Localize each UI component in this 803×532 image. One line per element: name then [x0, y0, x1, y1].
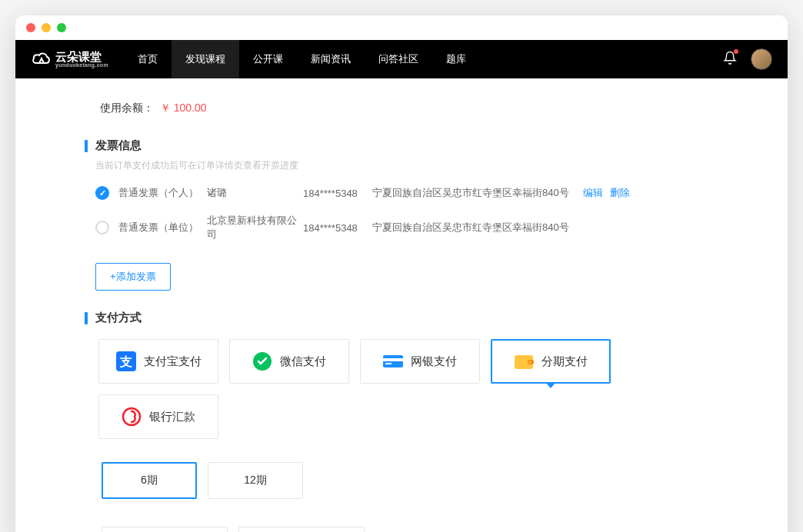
- payment-bank-transfer[interactable]: 银行汇款: [98, 394, 218, 439]
- svg-text:支: 支: [119, 355, 132, 368]
- invoice-phone: 184****5348: [303, 188, 372, 199]
- add-invoice-button[interactable]: +添加发票: [95, 263, 171, 291]
- balance-row: 使用余额： ￥ 100.00: [100, 101, 703, 115]
- invoice-name: 北京昱新科技有限公司: [207, 214, 303, 241]
- wechat-icon: [252, 351, 272, 371]
- check-icon: ✓: [99, 188, 106, 198]
- installment-term-12[interactable]: 12期: [208, 462, 303, 499]
- logo-text: 云朵课堂: [55, 51, 108, 62]
- minimize-window-dot[interactable]: [42, 23, 51, 32]
- wallet-icon: [514, 351, 534, 371]
- cloud-logo-icon: [31, 49, 51, 69]
- section-accent-bar: [85, 312, 88, 324]
- alipay-icon: 支: [116, 351, 136, 371]
- bank-card-icon: [383, 351, 403, 371]
- invoice-radio-unchecked[interactable]: [95, 221, 109, 234]
- invoice-address: 宁夏回族自治区吴忠市红寺堡区幸福街840号: [372, 221, 569, 234]
- page-content: 使用余额： ￥ 100.00 发票信息 当前订单支付成功后可在订单详情页查看开票…: [15, 78, 788, 532]
- maximize-window-dot[interactable]: [57, 23, 66, 32]
- payment-label: 银行汇款: [149, 410, 195, 424]
- notifications-bell-icon[interactable]: [723, 51, 737, 68]
- payment-wechat[interactable]: 微信支付: [229, 339, 349, 384]
- invoice-type: 普通发票（单位）: [118, 221, 207, 234]
- payment-label: 微信支付: [280, 354, 326, 369]
- payment-label: 支付宝支付: [144, 354, 202, 369]
- payment-section-title: 支付方式: [95, 311, 142, 325]
- nav-news[interactable]: 新闻资讯: [297, 40, 365, 78]
- main-nav: 首页 发现课程 公开课 新闻资讯 问答社区 题库: [124, 40, 508, 78]
- invoice-radio-checked[interactable]: ✓: [95, 186, 109, 200]
- close-window-dot[interactable]: [26, 23, 35, 32]
- nav-question-bank[interactable]: 题库: [432, 40, 480, 78]
- invoice-type: 普通发票（个人）: [118, 186, 207, 200]
- invoice-address: 宁夏回族自治区吴忠市红寺堡区幸福街840号: [372, 186, 569, 200]
- invoice-section-title: 发票信息: [95, 138, 142, 153]
- payment-section: 支付方式 支 支付宝支付 微信支付: [85, 311, 718, 532]
- nav-home[interactable]: 首页: [124, 40, 172, 78]
- invoice-delete-link[interactable]: 删除: [610, 187, 630, 198]
- balance-label: 使用余额：: [100, 101, 154, 114]
- nav-discover-courses[interactable]: 发现课程: [172, 40, 239, 78]
- invoice-row[interactable]: ✓ 普通发票（个人） 诸璐 184****5348 宁夏回族自治区吴忠市红寺堡区…: [95, 186, 718, 200]
- top-nav-bar: 云朵课堂 yunduoketang.com 首页 发现课程 公开课 新闻资讯 问…: [15, 40, 788, 78]
- balance-value: ￥ 100.00: [160, 101, 207, 114]
- invoice-section-subtitle: 当前订单支付成功后可在订单详情页查看开票进度: [95, 159, 718, 172]
- nav-qa-community[interactable]: 问答社区: [365, 40, 432, 78]
- notification-badge-dot: [734, 49, 738, 54]
- brand-logo[interactable]: 云朵课堂 yunduoketang.com: [31, 49, 108, 69]
- section-accent-bar: [85, 140, 88, 152]
- svg-rect-9: [385, 363, 392, 364]
- user-avatar[interactable]: [751, 48, 772, 70]
- logo-subtext: yunduoketang.com: [55, 62, 108, 68]
- transfer-wechat-personal[interactable]: 微信个人转账: [238, 527, 365, 532]
- payment-installment[interactable]: 分期支付: [491, 339, 611, 384]
- installment-term-6[interactable]: 6期: [102, 462, 197, 499]
- invoice-name: 诸璐: [207, 186, 303, 200]
- invoice-section: 发票信息 当前订单支付成功后可在订单详情页查看开票进度 ✓ 普通发票（个人） 诸…: [85, 138, 718, 291]
- payment-unionpay[interactable]: 网银支付: [360, 339, 480, 384]
- transfer-alipay-personal[interactable]: 支付宝个人转账: [102, 527, 228, 532]
- nav-public-class[interactable]: 公开课: [239, 40, 297, 78]
- nav-more-icon[interactable]: [480, 40, 508, 78]
- payment-label: 分期支付: [541, 354, 588, 369]
- payment-label: 网银支付: [411, 354, 457, 369]
- invoice-actions: 编辑 删除: [578, 186, 631, 200]
- invoice-row[interactable]: 普通发票（单位） 北京昱新科技有限公司 184****5348 宁夏回族自治区吴…: [95, 214, 718, 241]
- invoice-phone: 184****5348: [303, 222, 372, 234]
- svg-point-12: [529, 361, 531, 364]
- window-titlebar: [15, 15, 788, 40]
- invoice-edit-link[interactable]: 编辑: [583, 187, 603, 198]
- bank-transfer-icon: [122, 407, 142, 427]
- payment-alipay[interactable]: 支 支付宝支付: [98, 339, 218, 384]
